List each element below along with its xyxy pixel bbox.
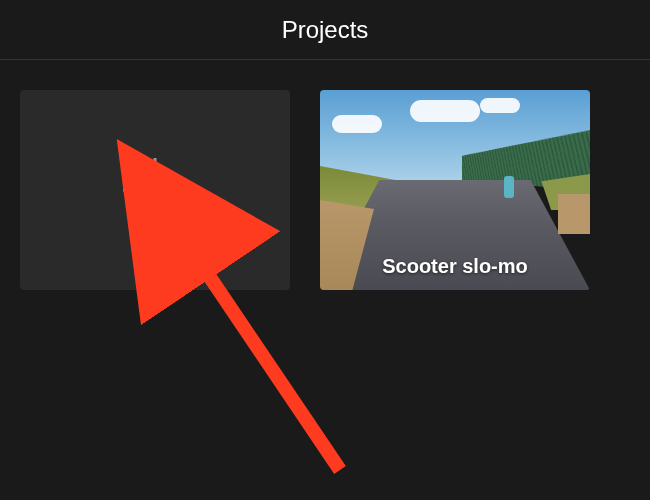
projects-header: Projects <box>0 0 650 60</box>
page-title: Projects <box>282 16 369 44</box>
projects-grid: Scooter slo-mo <box>0 60 650 320</box>
new-project-button[interactable] <box>20 90 290 290</box>
project-thumbnail: Scooter slo-mo <box>320 90 590 290</box>
project-item[interactable]: Scooter slo-mo <box>320 90 590 290</box>
project-title: Scooter slo-mo <box>320 255 590 278</box>
plus-icon <box>115 150 195 230</box>
